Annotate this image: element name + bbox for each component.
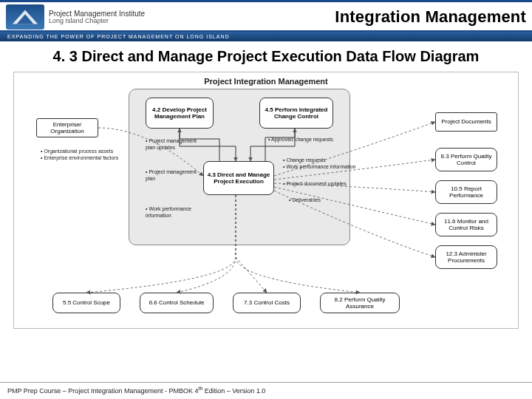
logo-line1: Project Management Institute bbox=[49, 10, 145, 18]
bullets-pm-plan: Project management plan bbox=[146, 168, 199, 182]
box-7-3: 7.3 Control Costs bbox=[233, 293, 301, 313]
box-enterprise: Enterprise/ Organization bbox=[36, 118, 98, 137]
diagram-frame: Project Integration Management 4.2 Devel… bbox=[13, 72, 519, 329]
bullets-cr-wpi: Change requests Work performance informa… bbox=[283, 157, 360, 170]
bullets-deliverables: Deliverables bbox=[289, 197, 348, 203]
box-6-6: 6.6 Control Schedule bbox=[140, 293, 214, 313]
box-8-2: 8.2 Perform Quality Assurance bbox=[320, 293, 400, 313]
logo-text: Project Management Institute Long Island… bbox=[49, 10, 145, 25]
header: Project Management Institute Long Island… bbox=[0, 2, 532, 30]
bullets-approved-cr: Approved change requests bbox=[268, 136, 335, 143]
logo-line2: Long Island Chapter bbox=[49, 18, 145, 25]
footer-text-post: Edition – Version 1.0 bbox=[202, 387, 265, 395]
box-4-2: 4.2 Develop Project Management Plan bbox=[146, 98, 214, 129]
box-project-documents: Project Documents bbox=[435, 112, 497, 132]
slide-title: 4. 3 Direct and Manage Project Execution… bbox=[0, 41, 532, 69]
box-8-3: 8.3 Perform Quality Control bbox=[435, 148, 497, 171]
pmi-logo-icon bbox=[6, 4, 44, 30]
page-title: Integration Management bbox=[335, 7, 526, 27]
bullets-wpi: Work performance information bbox=[146, 205, 212, 219]
bullets-enterprise: Organizational process assets Enterprise… bbox=[41, 148, 122, 161]
box-10-5: 10.5 Report Performance bbox=[435, 180, 497, 204]
footer: PMP Prep Course – Project Integration Ma… bbox=[0, 382, 532, 395]
box-12-3: 12.3 Administer Procurements bbox=[435, 245, 497, 269]
footer-text-pre: PMP Prep Course – Project Integration Ma… bbox=[7, 387, 198, 395]
pim-container-title: Project Integration Management bbox=[14, 77, 518, 86]
box-4-3: 4.3 Direct and Manage Project Execution bbox=[203, 161, 274, 195]
bullets-doc-updates: Project document updates bbox=[283, 180, 349, 187]
box-11-6: 11.6 Monitor and Control Risks bbox=[435, 213, 497, 236]
box-5-5: 5.5 Control Scope bbox=[52, 293, 120, 313]
bullets-pm-plan-updates: Project management plan updates bbox=[146, 137, 202, 151]
tagline-bar: EXPANDING THE POWER OF PROJECT MANAGEMEN… bbox=[0, 30, 532, 41]
logo-block: Project Management Institute Long Island… bbox=[6, 4, 145, 30]
box-4-5: 4.5 Perform Integrated Change Control bbox=[259, 98, 333, 129]
